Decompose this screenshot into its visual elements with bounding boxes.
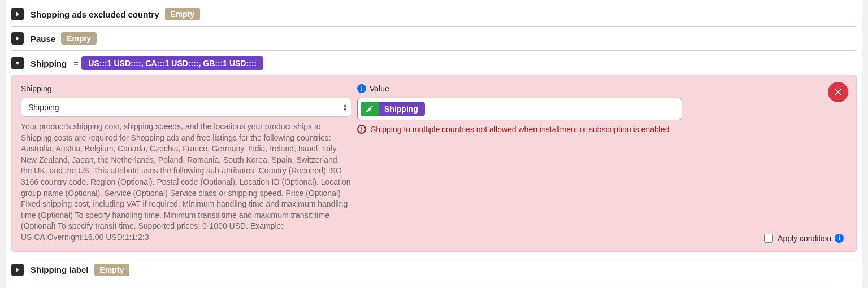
info-icon[interactable]: i (357, 84, 366, 93)
row-label: Shipping label (31, 265, 89, 274)
apply-condition: Apply condition i (762, 232, 847, 245)
collapse-icon[interactable] (11, 57, 24, 69)
close-button[interactable] (828, 82, 848, 102)
row-label: Shipping (31, 59, 67, 68)
expand-icon[interactable] (11, 32, 24, 45)
row-shipping: Shipping = US:::1 USD::::, CA:::1 USD:::… (11, 51, 857, 75)
row-shopping-ads-excluded-country: Shopping ads excluded country Empty (11, 2, 857, 27)
chip-text: Shipping (379, 102, 425, 116)
row-pause: Pause Empty (11, 27, 857, 51)
select-arrows-icon: ▴▾ (344, 103, 346, 112)
expand-icon[interactable] (11, 264, 24, 276)
select-value: Shipping (28, 103, 59, 112)
apply-condition-checkbox[interactable] (764, 234, 773, 243)
shipping-expanded-panel: Shipping Shipping ▴▾ Your product's ship… (11, 75, 857, 252)
apply-condition-label: Apply condition (778, 234, 831, 243)
empty-badge: Empty (94, 264, 130, 276)
row-label: Pause (31, 34, 55, 43)
shipping-value-input[interactable]: Shipping (357, 98, 682, 120)
shipping-attribute-select[interactable]: Shipping ▴▾ (21, 98, 351, 117)
empty-badge: Empty (61, 32, 97, 45)
row-shipping-label: Shipping label Empty (11, 258, 857, 282)
field-label-shipping: Shipping (21, 84, 52, 93)
row-label: Shopping ads excluded country (31, 10, 159, 19)
svg-marker-0 (16, 12, 19, 16)
error-text: Shipping to multiple countries not allow… (371, 125, 669, 134)
shipping-value-summary: US:::1 USD::::, CA:::1 USD::::, GB:::1 U… (81, 56, 263, 70)
svg-marker-5 (16, 268, 19, 272)
error-icon: ! (357, 125, 366, 134)
pencil-icon (361, 102, 379, 116)
expand-icon[interactable] (11, 8, 24, 20)
shipping-error: ! Shipping to multiple countries not all… (357, 125, 813, 134)
shipping-value-chip[interactable]: Shipping (361, 102, 425, 116)
info-icon[interactable]: i (835, 234, 844, 243)
row-shipping-weight: Shipping weight Empty (11, 282, 857, 288)
field-label-value: Value (370, 84, 389, 93)
svg-marker-1 (16, 36, 19, 41)
shipping-help-text: Your product's shipping cost, shipping s… (21, 121, 351, 243)
empty-badge: Empty (165, 8, 201, 20)
equals-sign: = (73, 59, 78, 68)
svg-marker-2 (15, 62, 20, 65)
